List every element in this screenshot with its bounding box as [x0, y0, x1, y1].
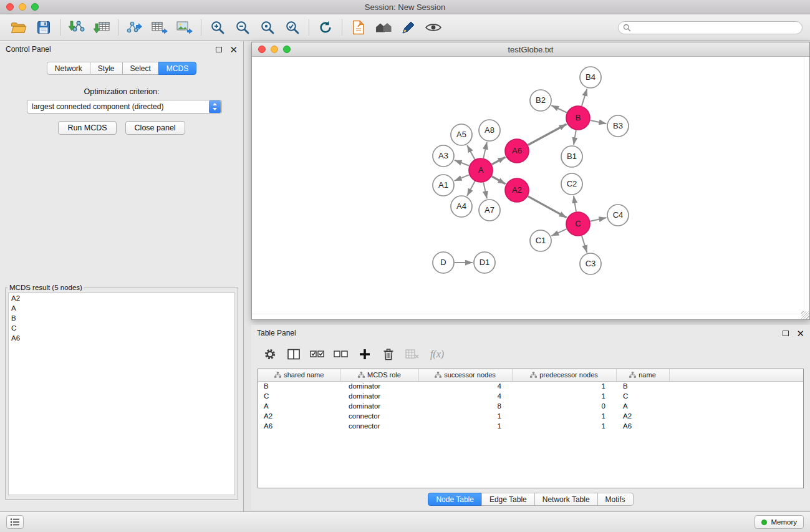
- unselect-all-columns-button[interactable]: [331, 345, 351, 364]
- edge-A6-B[interactable]: [528, 124, 567, 145]
- network-horizontal-scroll-area[interactable]: [252, 314, 809, 319]
- create-column-button[interactable]: [355, 345, 375, 364]
- edge-A-A6[interactable]: [492, 157, 506, 165]
- edge-A-A1[interactable]: [455, 175, 470, 181]
- table-cell[interactable]: B: [258, 381, 340, 391]
- function-builder-button[interactable]: f(x): [426, 345, 446, 364]
- run-mcds-button[interactable]: Run MCDS: [58, 121, 116, 135]
- table-cell[interactable]: A: [258, 401, 340, 411]
- close-table-panel-button[interactable]: ✕: [796, 329, 804, 338]
- edge-B-B4[interactable]: [582, 89, 587, 106]
- table-row[interactable]: A6connector11A6: [258, 421, 803, 431]
- column-header-name[interactable]: name: [616, 369, 669, 381]
- edge-A-A5[interactable]: [467, 145, 475, 160]
- table-cell[interactable]: 4: [418, 391, 512, 401]
- node-B2[interactable]: B2: [530, 90, 551, 111]
- save-session-button[interactable]: [31, 17, 56, 38]
- close-panel-button-mcds[interactable]: Close panel: [125, 121, 185, 135]
- table-row[interactable]: Bdominator41B: [258, 381, 803, 391]
- close-window-button[interactable]: [6, 3, 14, 11]
- show-details-button[interactable]: [421, 17, 446, 38]
- table-row[interactable]: Cdominator41C: [258, 391, 803, 401]
- node-A6[interactable]: A6: [505, 139, 529, 163]
- table-cell[interactable]: 4: [418, 381, 512, 391]
- table-cell[interactable]: 1: [512, 391, 616, 401]
- result-item[interactable]: A6: [9, 333, 234, 343]
- task-history-button[interactable]: [6, 515, 24, 529]
- network-zoom-button[interactable]: [283, 46, 291, 53]
- resize-grip[interactable]: [801, 311, 809, 319]
- result-item[interactable]: A2: [9, 293, 234, 303]
- node-B1[interactable]: B1: [561, 146, 582, 167]
- edge-A2-C[interactable]: [528, 196, 567, 218]
- node-D1[interactable]: D1: [474, 252, 495, 273]
- table-cell[interactable]: dominator: [340, 391, 418, 401]
- network-graph[interactable]: AA6A2BCA5A8A3A1A4A7B2B4B3B1C2C4C1C3DD1: [252, 57, 809, 319]
- node-C3[interactable]: C3: [580, 253, 601, 274]
- node-A2[interactable]: A2: [505, 178, 529, 202]
- minimize-window-button[interactable]: [19, 3, 26, 11]
- zoom-window-button[interactable]: [31, 3, 39, 11]
- edge-A-A3[interactable]: [455, 160, 470, 166]
- table-cell[interactable]: 1: [512, 421, 616, 431]
- table-cell[interactable]: connector: [340, 421, 418, 431]
- table-cell[interactable]: A2: [258, 411, 340, 421]
- table-tab-node-table[interactable]: Node Table: [428, 493, 482, 506]
- edge-A-A2[interactable]: [492, 177, 506, 184]
- table-cell[interactable]: 8: [418, 401, 512, 411]
- table-tab-edge-table[interactable]: Edge Table: [481, 493, 535, 506]
- table-cell[interactable]: 1: [418, 421, 512, 431]
- result-item[interactable]: C: [9, 323, 234, 333]
- node-A4[interactable]: A4: [451, 196, 472, 217]
- table-cell[interactable]: A6: [616, 421, 669, 431]
- show-columns-button[interactable]: [284, 345, 304, 364]
- edge-B-B2[interactable]: [551, 105, 567, 113]
- table-tab-network-table[interactable]: Network Table: [534, 493, 598, 506]
- zoom-selected-button[interactable]: [280, 17, 305, 38]
- edge-A-A8[interactable]: [483, 142, 487, 158]
- table-cell[interactable]: B: [616, 381, 669, 391]
- node-A8[interactable]: A8: [479, 120, 500, 141]
- style-tool-button[interactable]: [396, 17, 421, 38]
- node-A7[interactable]: A7: [479, 200, 500, 221]
- search-input[interactable]: [618, 21, 803, 34]
- edge-C-C2[interactable]: [574, 196, 576, 211]
- select-all-columns-button[interactable]: [307, 345, 327, 364]
- node-C2[interactable]: C2: [561, 173, 582, 195]
- table-cell[interactable]: C: [616, 391, 669, 401]
- table-cell[interactable]: 0: [512, 401, 616, 411]
- criterion-dropdown[interactable]: largest connected component (directed): [27, 100, 222, 114]
- tab-select[interactable]: Select: [122, 62, 159, 75]
- delete-table-button[interactable]: [402, 345, 422, 364]
- node-B3[interactable]: B3: [607, 115, 629, 137]
- table-row[interactable]: Adominator80A: [258, 401, 803, 411]
- open-session-button[interactable]: [6, 17, 31, 38]
- export-network-button[interactable]: [122, 17, 147, 38]
- node-A3[interactable]: A3: [433, 145, 454, 167]
- edge-A-A4[interactable]: [467, 181, 475, 196]
- table-cell[interactable]: 1: [512, 411, 616, 421]
- edge-C-C3[interactable]: [582, 236, 587, 253]
- table-cell[interactable]: A6: [258, 421, 340, 431]
- table-settings-button[interactable]: [260, 345, 280, 364]
- table-cell[interactable]: C: [258, 391, 340, 401]
- node-C4[interactable]: C4: [607, 205, 629, 226]
- table-tab-motifs[interactable]: Motifs: [597, 493, 634, 506]
- column-header-successor-nodes[interactable]: successor nodes: [418, 369, 512, 381]
- table-cell[interactable]: 1: [512, 381, 616, 391]
- table-cell[interactable]: dominator: [340, 381, 418, 391]
- close-panel-button[interactable]: ✕: [229, 45, 238, 54]
- delete-column-button[interactable]: [378, 345, 398, 364]
- node-D[interactable]: D: [433, 252, 454, 273]
- network-minimize-button[interactable]: [271, 46, 278, 53]
- edge-B-B3[interactable]: [591, 120, 607, 123]
- table-cell[interactable]: 1: [418, 411, 512, 421]
- column-header-MCDS-role[interactable]: MCDS role: [340, 369, 418, 381]
- tab-style[interactable]: Style: [90, 62, 123, 75]
- node-A1[interactable]: A1: [433, 175, 454, 196]
- network-vertical-scroll-area[interactable]: [804, 57, 809, 319]
- open-document-button[interactable]: [346, 17, 371, 38]
- float-table-panel-button[interactable]: [783, 331, 789, 336]
- tab-network[interactable]: Network: [47, 62, 90, 75]
- table-cell[interactable]: A: [616, 401, 669, 411]
